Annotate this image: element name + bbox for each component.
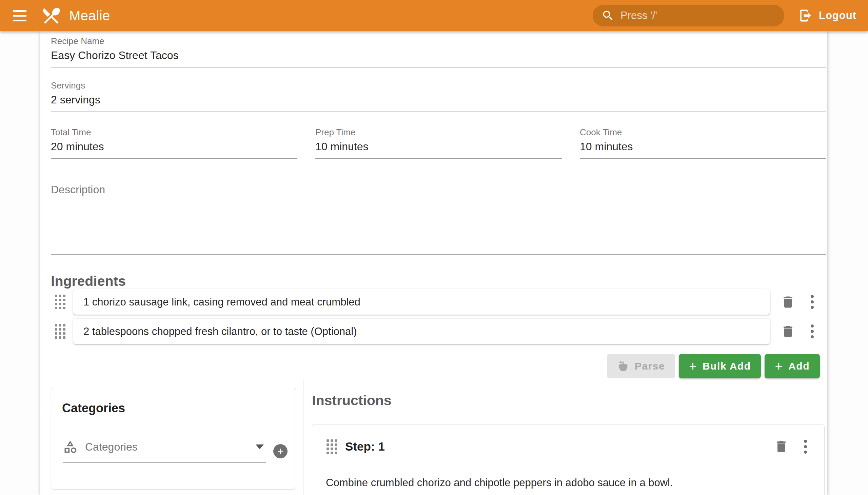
categories-select[interactable]: Categories — [63, 439, 266, 463]
categories-card-title: Categories — [51, 388, 296, 423]
cook-time-field: Cook Time 10 minutes — [580, 127, 826, 159]
categories-column: Categories Categories + — [51, 379, 304, 495]
total-time-label: Total Time — [51, 127, 297, 137]
trash-icon — [781, 324, 796, 339]
ingredient-menu-button[interactable] — [805, 324, 819, 339]
ingredient-row: 2 tablespoons chopped fresh cilantro, or… — [55, 319, 819, 344]
cook-time-input[interactable]: 10 minutes — [580, 140, 826, 153]
logout-icon — [799, 8, 813, 23]
ingredient-actions: Parse + Bulk Add + Add — [51, 354, 820, 378]
recipe-name-label: Recipe Name — [51, 36, 826, 46]
apple-icon — [617, 360, 629, 372]
delete-ingredient-button[interactable] — [780, 294, 796, 310]
plus-icon: + — [775, 360, 783, 372]
ingredient-menu-button[interactable] — [805, 294, 819, 310]
parse-label: Parse — [635, 360, 665, 372]
bulk-add-label: Bulk Add — [702, 360, 751, 372]
recipe-name-input[interactable]: Easy Chorizo Street Tacos — [51, 49, 826, 62]
page-background: Recipe Name Easy Chorizo Street Tacos Se… — [0, 31, 868, 495]
plus-icon: + — [689, 360, 697, 372]
servings-input[interactable]: 2 servings — [51, 93, 826, 106]
search-input[interactable]: Press '/' — [593, 5, 784, 27]
shapes-icon — [63, 439, 78, 454]
ingredients-section-title: Ingredients — [51, 273, 826, 289]
add-category-button[interactable]: + — [273, 444, 288, 458]
delete-ingredient-button[interactable] — [780, 324, 796, 339]
app-header: Mealie Press '/' Logout — [0, 0, 868, 31]
step-text-input[interactable]: Combine crumbled chorizo and chipotle pe… — [326, 475, 811, 490]
instruction-step-card: Step: 1 Combine crumbled chorizo and chi… — [312, 424, 824, 495]
prep-time-input[interactable]: 10 minutes — [315, 140, 562, 153]
step-menu-button[interactable] — [799, 439, 812, 454]
description-label: Description — [51, 183, 826, 196]
parse-button[interactable]: Parse — [607, 354, 675, 378]
description-input[interactable] — [51, 196, 826, 254]
hamburger-menu-icon[interactable] — [13, 6, 32, 25]
total-time-field: Total Time 20 minutes — [51, 127, 297, 159]
kebab-icon — [811, 295, 814, 298]
ingredient-input[interactable]: 2 tablespoons chopped fresh cilantro, or… — [73, 319, 770, 344]
ingredient-row: 1 chorizo sausage link, casing removed a… — [55, 289, 819, 314]
search-icon — [601, 9, 614, 22]
cook-time-label: Cook Time — [580, 127, 826, 137]
instructions-column: Instructions Step: 1 Com — [304, 379, 826, 495]
kebab-icon — [804, 440, 807, 443]
mealie-logo-icon — [41, 5, 62, 26]
drag-handle-icon[interactable] — [55, 295, 65, 309]
app-title: Mealie — [69, 8, 110, 23]
instructions-section-title: Instructions — [312, 393, 826, 409]
delete-step-button[interactable] — [773, 439, 789, 454]
recipe-name-field: Recipe Name Easy Chorizo Street Tacos — [51, 36, 826, 67]
search-placeholder: Press '/' — [620, 10, 657, 22]
servings-field: Servings 2 servings — [51, 80, 826, 112]
categories-select-row: Categories + — [63, 439, 288, 463]
total-time-input[interactable]: 20 minutes — [51, 140, 297, 153]
categories-card: Categories Categories + — [51, 388, 296, 490]
categories-select-placeholder: Categories — [85, 441, 256, 453]
bulk-add-button[interactable]: + Bulk Add — [679, 354, 761, 378]
ingredient-input[interactable]: 1 chorizo sausage link, casing removed a… — [73, 289, 770, 314]
logout-button[interactable]: Logout — [799, 8, 856, 23]
trash-icon — [774, 439, 789, 454]
prep-time-field: Prep Time 10 minutes — [315, 127, 562, 159]
plus-icon: + — [277, 446, 284, 457]
recipe-edit-sheet: Recipe Name Easy Chorizo Street Tacos Se… — [40, 31, 827, 495]
add-label: Add — [788, 360, 810, 372]
add-button[interactable]: + Add — [765, 354, 820, 378]
times-row: Total Time 20 minutes Prep Time 10 minut… — [51, 127, 826, 159]
logout-label: Logout — [819, 10, 856, 22]
step-header: Step: 1 — [312, 425, 824, 454]
trash-icon — [781, 295, 796, 309]
servings-label: Servings — [51, 80, 826, 90]
kebab-icon — [811, 324, 814, 327]
description-field[interactable]: Description — [51, 183, 826, 255]
step-title: Step: 1 — [345, 440, 763, 453]
divider — [56, 423, 291, 423]
chevron-down-icon[interactable] — [256, 444, 264, 449]
prep-time-label: Prep Time — [315, 127, 562, 137]
drag-handle-icon[interactable] — [326, 439, 337, 454]
drag-handle-icon[interactable] — [55, 324, 65, 339]
